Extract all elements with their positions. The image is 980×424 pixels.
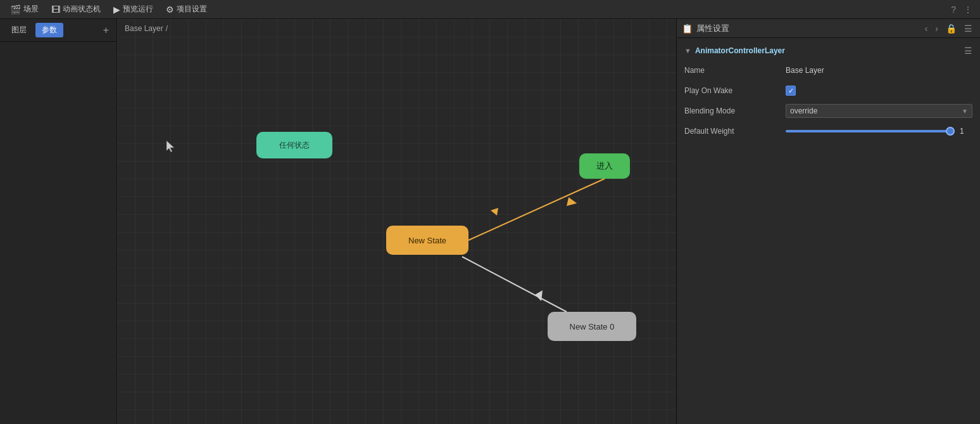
- node-new-state[interactable]: New State: [386, 226, 468, 255]
- panel-title: 属性设置: [696, 23, 922, 34]
- header-actions: ‹ › 🔒 ☰: [922, 22, 975, 35]
- default-weight-value: 1: [786, 127, 972, 136]
- menu-project-settings-label: 项目设置: [177, 4, 207, 15]
- left-panel: 图层 参数 +: [0, 19, 117, 424]
- default-weight-number: 1: [960, 127, 972, 136]
- play-on-wake-value: [786, 86, 972, 96]
- right-panel-content: ▼ AnimatorControllerLayer ☰ Name Base La…: [677, 38, 980, 152]
- menu-scene-label: 场景: [23, 4, 39, 15]
- breadcrumb-separator: /: [166, 24, 168, 33]
- arrows-svg: [117, 19, 676, 424]
- node-new-state-label: New State: [408, 236, 446, 245]
- node-enter-label: 进入: [596, 160, 613, 172]
- menu-scene[interactable]: 🎬 场景: [5, 3, 44, 16]
- right-panel-header: 📋 属性设置 ‹ › 🔒 ☰: [677, 19, 980, 38]
- menu-project-settings[interactable]: ⚙ 项目设置: [161, 3, 212, 16]
- cursor: [166, 141, 174, 152]
- node-any-state[interactable]: 任何状态: [256, 132, 332, 158]
- name-label: Name: [684, 66, 786, 75]
- nav-back-button[interactable]: ‹: [922, 22, 931, 35]
- prop-row-play-on-wake: Play On Wake: [684, 84, 972, 98]
- tab-params[interactable]: 参数: [35, 23, 63, 37]
- name-value: Base Layer: [786, 66, 972, 75]
- section-collapse-icon[interactable]: ▼: [684, 47, 691, 55]
- play-on-wake-checkbox[interactable]: [786, 86, 796, 96]
- menu-animator-label: 动画状态机: [63, 4, 101, 15]
- default-weight-slider-track[interactable]: [786, 130, 955, 132]
- node-enter[interactable]: 进入: [579, 153, 630, 179]
- default-weight-label: Default Weight: [684, 127, 786, 136]
- svg-marker-1: [563, 195, 577, 209]
- preview-icon: ▶: [113, 4, 120, 15]
- section-title: AnimatorControllerLayer: [695, 46, 785, 55]
- right-panel-more-button[interactable]: ☰: [962, 22, 975, 35]
- left-panel-tabs: 图层 参数 +: [0, 19, 116, 42]
- menu-preview-label: 预览运行: [123, 4, 153, 15]
- settings-icon: ⚙: [166, 4, 174, 15]
- tab-layers[interactable]: 图层: [5, 23, 33, 37]
- menu-preview[interactable]: ▶ 预览运行: [108, 3, 158, 16]
- node-new-state-0-label: New State 0: [570, 322, 615, 331]
- svg-marker-2: [491, 208, 498, 215]
- prop-row-blending-mode: Blending Mode override ▼: [684, 104, 972, 118]
- default-weight-slider-thumb[interactable]: [946, 127, 955, 136]
- node-any-state-label: 任何状态: [279, 140, 310, 151]
- blending-mode-value: override ▼: [786, 104, 972, 118]
- svg-line-0: [468, 179, 605, 240]
- lock-button[interactable]: 🔒: [943, 22, 959, 35]
- panel-icon: 📋: [682, 23, 693, 34]
- play-on-wake-label: Play On Wake: [684, 86, 786, 95]
- canvas-area[interactable]: Base Layer / 任何状态 进入 New State: [117, 19, 676, 424]
- node-new-state-0[interactable]: New State 0: [548, 312, 636, 341]
- main-layout: 图层 参数 + Base Layer / 任何状态: [0, 19, 980, 424]
- breadcrumb-layer[interactable]: Base Layer: [125, 24, 163, 33]
- add-param-button[interactable]: +: [101, 25, 111, 35]
- svg-marker-4: [535, 290, 543, 301]
- animator-icon: 🎞: [51, 4, 60, 15]
- right-panel: 📋 属性设置 ‹ › 🔒 ☰ ▼ AnimatorControllerLayer…: [676, 19, 980, 424]
- blending-mode-select[interactable]: override ▼: [786, 104, 972, 118]
- help-button[interactable]: ?: [948, 3, 958, 16]
- scene-icon: 🎬: [10, 4, 21, 15]
- breadcrumb: Base Layer /: [125, 24, 168, 33]
- default-weight-slider-container: 1: [786, 127, 972, 136]
- prop-row-name: Name Base Layer: [684, 63, 972, 77]
- svg-line-3: [462, 257, 567, 312]
- svg-marker-5: [166, 141, 174, 152]
- default-weight-slider-fill: [786, 130, 955, 132]
- menubar: 🎬 场景 🎞 动画状态机 ▶ 预览运行 ⚙ 项目设置 ? ⋮: [0, 0, 980, 19]
- section-menu-icon[interactable]: ☰: [964, 46, 972, 56]
- menu-animator[interactable]: 🎞 动画状态机: [46, 3, 106, 16]
- section-header: ▼ AnimatorControllerLayer ☰: [684, 46, 972, 56]
- nav-forward-button[interactable]: ›: [933, 22, 941, 35]
- blending-mode-label: Blending Mode: [684, 106, 786, 115]
- chevron-down-icon: ▼: [962, 108, 968, 115]
- prop-row-default-weight: Default Weight 1: [684, 124, 972, 138]
- menubar-more-button[interactable]: ⋮: [961, 3, 975, 16]
